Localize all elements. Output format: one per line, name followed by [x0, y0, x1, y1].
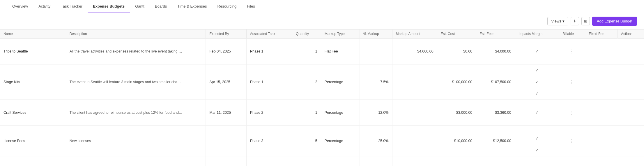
nav-tab-resourcing[interactable]: Resourcing: [212, 0, 242, 13]
cell-pct-markup: 25.0%: [360, 126, 392, 156]
cell-description: The event in Seattle will feature 3 main…: [66, 64, 206, 100]
nav-tab-time-&-expenses[interactable]: Time & Expenses: [172, 0, 212, 13]
cell-description: All the travel activities and expenses r…: [66, 39, 206, 64]
cell-fixed-fee: [515, 57, 559, 64]
chevron-down-icon: ▾: [562, 19, 565, 23]
table-row: Stage KitsThe event in Seattle will feat…: [0, 64, 644, 100]
cell-pct-markup: 14.29%: [360, 156, 392, 166]
col-header-billable: Billable: [559, 29, 585, 39]
cell-name: Trips to Seattle: [0, 39, 66, 64]
cell-est.-cost: $10,000.00: [437, 126, 476, 156]
cell-est.-cost: $3,000.00: [437, 100, 476, 126]
cell-pct-markup: 12.0%: [360, 100, 392, 126]
cell-name: Materials: [0, 156, 66, 166]
cell-impacts-margin: ✓: [515, 64, 559, 76]
cell-markup-type: Percentage: [321, 156, 360, 166]
cell-quantity: 1: [292, 39, 321, 64]
col-header-markup-amount: Markup Amount: [392, 29, 437, 39]
cell-est.-cost: $7,000.00: [437, 156, 476, 166]
cell-markup-amount: [392, 156, 437, 166]
views-button[interactable]: Views ▾: [547, 17, 568, 25]
add-expense-budget-button[interactable]: Add Expense Budget: [592, 17, 637, 26]
cell-markup-amount: [392, 100, 437, 126]
nav-tab-task-tracker[interactable]: Task Tracker: [56, 0, 88, 13]
grid-icon[interactable]: ⊞: [581, 17, 590, 25]
cell-billable: ✓: [515, 107, 559, 118]
col-header-markup-type: Markup Type: [321, 29, 360, 39]
cell-markup-type: Percentage: [321, 64, 360, 100]
cell-fixed-fee: [515, 118, 559, 125]
cell-markup-amount: [392, 126, 437, 156]
cell-fixed-fee: ✓: [515, 88, 559, 99]
cell-associated-task: Phase 2: [246, 100, 292, 126]
col-header-impacts-margin: Impacts Margin: [515, 29, 559, 39]
cell-name: License Fees: [0, 126, 66, 156]
cell-expected-by: Feb 04, 2025: [206, 39, 246, 64]
cell-pct-markup: 7.5%: [360, 64, 392, 100]
col-header-actions: Actions: [617, 29, 644, 39]
col-header-associated-task: Associated Task: [246, 29, 292, 39]
cell-billable: ✓: [515, 163, 559, 166]
cell-expected-by: Apr 15, 2025: [206, 64, 246, 100]
cell-billable: ✓: [515, 133, 559, 144]
cell-fixed-fee: ✓: [515, 144, 559, 156]
table-row: Trips to SeattleAll the travel activitie…: [0, 39, 644, 64]
cell-quantity: 2: [292, 64, 321, 100]
col-header-name: Name: [0, 29, 66, 39]
table-row: MaterialsVarious materialsPhase 21Percen…: [0, 156, 644, 166]
cell-markup-type: Percentage: [321, 126, 360, 156]
cell-quantity: 1: [292, 156, 321, 166]
col-header-description: Description: [66, 29, 206, 39]
nav-tab-expense-budgets[interactable]: Expense Budgets: [88, 0, 130, 13]
cell-est.-fees: $8,000.30: [476, 156, 515, 166]
cell-est.-cost: $100,000.00: [437, 64, 476, 100]
col-header-quantity: Quantity: [292, 29, 321, 39]
cell-associated-task: Phase 1: [246, 64, 292, 100]
download-icon[interactable]: ⬇: [571, 17, 579, 25]
cell-associated-task: Phase 3: [246, 126, 292, 156]
cell-actions[interactable]: ⋮: [559, 39, 585, 64]
cell-billable: ✓: [515, 76, 559, 88]
cell-actions[interactable]: ⋮: [559, 156, 585, 166]
table-row: Craft ServicesThe client has agreed to r…: [0, 100, 644, 126]
cell-markup-type: Percentage: [321, 100, 360, 126]
nav-tab-overview[interactable]: Overview: [7, 0, 33, 13]
cell-impacts-margin: [515, 156, 559, 163]
col-header-expected-by: Expected By: [206, 29, 246, 39]
cell-est.-cost: $0.00: [437, 39, 476, 64]
cell-expected-by: Mar 11, 2025: [206, 100, 246, 126]
cell-description: New licenses: [66, 126, 206, 156]
cell-actions[interactable]: ⋮: [559, 126, 585, 156]
cell-actions[interactable]: ⋮: [559, 100, 585, 126]
cell-quantity: 1: [292, 100, 321, 126]
cell-impacts-margin: [515, 39, 559, 46]
cell-est.-fees: $12,500.00: [476, 126, 515, 156]
cell-description: The client has agreed to reimburse us at…: [66, 100, 206, 126]
cell-actions[interactable]: ⋮: [559, 64, 585, 100]
nav-tab-activity[interactable]: Activity: [33, 0, 56, 13]
cell-expected-by: [206, 156, 246, 166]
cell-description: Various materials: [66, 156, 206, 166]
cell-associated-task: Phase 2: [246, 156, 292, 166]
col-header-fixed-fee: Fixed Fee: [585, 29, 618, 39]
nav-tab-files[interactable]: Files: [242, 0, 260, 13]
cell-est.-fees: $4,000.00: [476, 39, 515, 64]
nav-tabs: OverviewActivityTask TrackerExpense Budg…: [0, 0, 644, 13]
cell-est.-fees: $107,500.00: [476, 64, 515, 100]
cell-associated-task: Phase 1: [246, 39, 292, 64]
cell-impacts-margin: [515, 100, 559, 107]
cell-pct-markup: [360, 39, 392, 64]
nav-tab-gantt[interactable]: Gantt: [130, 0, 150, 13]
cell-expected-by: [206, 126, 246, 156]
col-header-est.-fees: Est. Fees: [476, 29, 515, 39]
nav-tab-boards[interactable]: Boards: [150, 0, 172, 13]
toolbar: Views ▾ ⬇ ⊞ Add Expense Budget: [0, 13, 644, 29]
cell-name: Craft Services: [0, 100, 66, 126]
expense-table: NameDescriptionExpected ByAssociated Tas…: [0, 29, 644, 166]
col-header-est.-cost: Est. Cost: [437, 29, 476, 39]
cell-est.-fees: $3,360.00: [476, 100, 515, 126]
cell-billable: ✓: [515, 46, 559, 57]
cell-quantity: 5: [292, 126, 321, 156]
col-header-pct-markup: % Markup: [360, 29, 392, 39]
table-row: License FeesNew licensesPhase 35Percenta…: [0, 126, 644, 156]
